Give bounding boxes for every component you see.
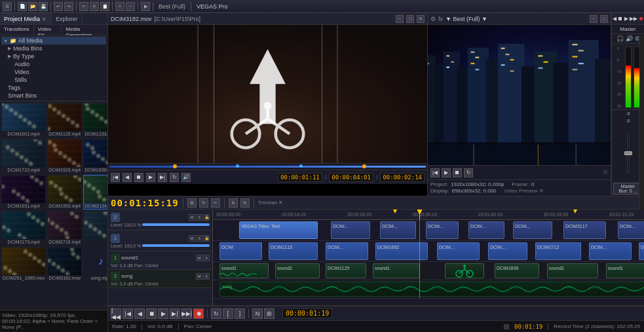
track-mute-a2[interactable]: M	[196, 273, 202, 280]
prog-video-preview-label[interactable]: Video Preview ✕	[504, 188, 544, 194]
trimmer-close-btn[interactable]: ✕	[417, 15, 425, 23]
clip-v1-7[interactable]: DCIM...	[589, 242, 632, 260]
track-mute-v1[interactable]: M	[189, 235, 195, 242]
track-mute-a1[interactable]: M	[196, 255, 202, 261]
trans-btn-play-back[interactable]: ◀	[134, 308, 145, 319]
clip-a1-6[interactable]: sound1	[606, 263, 644, 278]
clip-title[interactable]: VEGAS Titles: Text	[239, 221, 318, 239]
clip-a1-2[interactable]: DCIM1125	[326, 263, 366, 278]
track-solo-v2[interactable]: S	[196, 214, 202, 221]
tree-item-smart-bins[interactable]: Smart Bins	[1, 92, 106, 100]
clip-a1-3[interactable]: sound1	[373, 263, 420, 278]
tree-item-audio[interactable]: Audio	[1, 60, 106, 68]
track-solo-a1[interactable]: S	[203, 255, 210, 261]
trimmer-maximize-btn[interactable]: □	[406, 15, 414, 23]
tl-btn-trimmer[interactable]: Trimmer ✕	[258, 200, 284, 206]
media-thumb-3[interactable]: DCIM1722.mp4	[1, 139, 46, 174]
trimmer-timeline-strip[interactable]	[108, 163, 427, 170]
tree-item-video[interactable]: Video	[1, 68, 106, 76]
trans-btn-snap[interactable]: ⊞	[264, 308, 275, 319]
vu-prev-btn[interactable]: ◀	[613, 16, 616, 22]
clip-v1-0[interactable]: DCIM	[219, 242, 262, 260]
toolbar-btn-cut[interactable]: ✂	[79, 2, 88, 11]
toolbar-btn-zoom-out[interactable]: −	[126, 2, 135, 11]
clip-a1-4[interactable]: DCIM1839	[495, 263, 539, 278]
clip-v2-4[interactable]: DCIM...	[468, 221, 504, 239]
sub-tab-media-generators[interactable]: Media Generators	[62, 25, 107, 35]
track-fader-v1[interactable]	[142, 244, 210, 247]
track-lock-v2[interactable]: 🔒	[203, 214, 210, 221]
prog-btn-loop[interactable]: ↻	[464, 168, 473, 177]
clip-a1-bike[interactable]	[445, 263, 484, 278]
vu-headphone-icon[interactable]: 🎧	[616, 35, 624, 42]
clip-v2-6[interactable]: DCIM3117	[563, 221, 606, 239]
vu-rec-btn[interactable]: ⏺	[639, 16, 644, 22]
vu-stop-btn[interactable]: ⏹	[618, 16, 623, 22]
trimmer-btn-loop[interactable]: ↻	[170, 173, 179, 182]
vu-speaker-icon[interactable]: 🔊	[626, 35, 633, 42]
trimmer-minimize-btn[interactable]: −	[396, 15, 404, 23]
trans-btn-next-frame[interactable]: ▶|	[170, 308, 180, 319]
tree-item-by-type[interactable]: ▶ By Type	[1, 52, 106, 60]
media-thumb-8[interactable]: DCIM2134.mov	[83, 175, 107, 210]
vu-play-btn[interactable]: ▶	[624, 16, 628, 22]
toolbar-btn-menu[interactable]: ☰	[3, 2, 12, 11]
clip-v1-2[interactable]: DCIM...	[326, 242, 368, 260]
tab-explorer[interactable]: Explorer	[52, 13, 83, 24]
toolbar-btn-new[interactable]: 📄	[18, 2, 27, 11]
trans-btn-norm[interactable]: N	[252, 308, 263, 319]
toolbar-btn-redo[interactable]: ↪	[64, 2, 73, 11]
tree-item-stills[interactable]: Stills	[1, 76, 106, 84]
media-thumb-12[interactable]: DCIM291_1080.mov	[1, 247, 46, 282]
tl-btn-fx[interactable]: fx	[240, 198, 250, 208]
clip-v1-8[interactable]: DCIM3117	[639, 242, 644, 260]
media-thumb-10[interactable]: DCIM2719.mp4	[47, 211, 82, 246]
media-thumb-6[interactable]: DCIM1931.mp4	[1, 175, 46, 210]
track-lock-v1[interactable]: 🔒	[203, 235, 210, 242]
media-thumb-7[interactable]: DCIM1953.mp4	[47, 175, 82, 210]
track-solo-a2[interactable]: S	[203, 273, 210, 280]
trans-btn-loop[interactable]: ↻	[211, 308, 221, 319]
media-thumb-14[interactable]: ♪ song.mp3	[83, 247, 107, 282]
clip-a1-1[interactable]: sound2	[275, 263, 320, 278]
tab-project-media[interactable]: Project Media ✕	[0, 13, 52, 24]
program-monitor-maximize[interactable]: □	[600, 15, 608, 23]
toolbar-btn-paste[interactable]: 📋	[100, 2, 109, 11]
toolbar-btn-undo[interactable]: ↩	[54, 2, 63, 11]
timeline-playhead[interactable]	[419, 210, 420, 219]
toolbar-btn-save[interactable]: 💾	[39, 2, 48, 11]
trimmer-btn-play-back[interactable]: ◀	[123, 173, 132, 182]
timeline-tracks-content[interactable]: 20:00:09:00 20:00:14:23 20:00:20:23 20:0…	[213, 210, 644, 305]
track-solo-v1[interactable]: S	[196, 235, 202, 242]
trans-btn-mark-in[interactable]: [	[223, 308, 233, 319]
tree-item-media-bins[interactable]: ▶ Media Bins	[1, 45, 106, 52]
vu-next-btn[interactable]: ▶▶	[630, 16, 637, 22]
trans-btn-record[interactable]: ⏺	[193, 308, 204, 319]
media-thumb-1[interactable]: DCIM1125.mp4	[47, 103, 82, 138]
clip-v2-5[interactable]: DCIM...	[513, 221, 552, 239]
trans-btn-stop[interactable]: ⏹	[146, 308, 157, 319]
clip-v2-7[interactable]: DCIM...	[618, 221, 644, 239]
clip-v1-6[interactable]: DCIM2712	[535, 242, 581, 260]
trimmer-btn-mute[interactable]: 🔊	[181, 173, 191, 182]
media-thumb-0[interactable]: DCIM1001.mp4	[1, 103, 46, 138]
clip-v1-3[interactable]: DCIM1682	[375, 242, 428, 260]
trimmer-btn-play[interactable]: ▶	[146, 173, 155, 182]
prog-btn-prev[interactable]: |◀	[430, 168, 440, 177]
track-mute-v2[interactable]: M	[189, 214, 195, 221]
track-fader-v2[interactable]	[142, 223, 210, 226]
sub-tab-transitions[interactable]: Transitions	[0, 25, 34, 35]
clip-v1-4[interactable]: DCIM...	[437, 242, 480, 260]
toolbar-btn-zoom-in[interactable]: +	[115, 2, 124, 11]
media-thumb-4[interactable]: DCIM1923.mp4	[47, 139, 82, 174]
media-thumb-2[interactable]: DCIM1233.mp4	[83, 103, 107, 138]
tl-btn-loop[interactable]: ↻	[199, 198, 208, 208]
toolbar-btn-copy[interactable]: ⎘	[90, 2, 99, 11]
master-fader-track[interactable]	[627, 134, 630, 173]
prog-btn-play[interactable]: ▶	[442, 168, 451, 177]
media-thumb-13[interactable]: DCIM3182.mov	[47, 247, 82, 282]
sub-tab-video-fx[interactable]: Video FX	[34, 25, 62, 35]
trimmer-btn-prev-frame[interactable]: |◀	[111, 173, 120, 182]
media-thumb-11[interactable]	[83, 211, 107, 246]
trimmer-btn-next-frame[interactable]: ▶|	[158, 173, 167, 182]
